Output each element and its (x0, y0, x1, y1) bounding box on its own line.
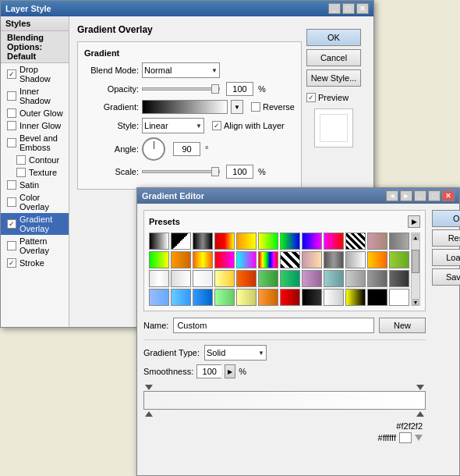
preset-swatch-43[interactable] (302, 289, 322, 306)
preset-swatch-5[interactable] (258, 233, 278, 250)
ge-max-btn[interactable]: □ (428, 190, 441, 201)
preset-swatch-31[interactable] (302, 270, 322, 287)
preset-swatch-33[interactable] (345, 270, 366, 287)
preset-swatch-1[interactable] (171, 233, 191, 250)
opacity-input[interactable] (226, 82, 253, 96)
style-color-overlay[interactable]: Color Overlay (1, 191, 69, 213)
minimize-btn[interactable]: _ (328, 3, 341, 14)
scale-slider[interactable] (142, 170, 220, 173)
angle-widget[interactable] (142, 137, 165, 161)
ge-smoothness-input[interactable] (196, 364, 221, 378)
ge-name-input[interactable] (173, 318, 374, 333)
preset-swatch-37[interactable] (171, 289, 191, 306)
style-gradient-overlay[interactable]: Gradient Overlay (1, 213, 69, 235)
presets-scrollbar[interactable]: ▲ ▼ (411, 233, 420, 306)
maximize-btn[interactable]: □ (342, 3, 355, 14)
ge-min2-btn[interactable]: _ (414, 190, 426, 201)
style-stroke[interactable]: Stroke (1, 257, 69, 269)
preset-swatch-22[interactable] (367, 251, 387, 268)
preset-swatch-29[interactable] (258, 270, 278, 287)
preview-checkbox[interactable] (306, 93, 316, 102)
preset-swatch-24[interactable] (149, 270, 169, 287)
ge-close-btn[interactable]: ✕ (442, 190, 455, 201)
preset-swatch-12[interactable] (149, 251, 169, 268)
preset-swatch-27[interactable] (214, 270, 235, 287)
preset-swatch-21[interactable] (345, 251, 366, 268)
color-overlay-checkbox[interactable] (7, 197, 16, 207)
style-drop-shadow[interactable]: Drop Shadow (1, 63, 69, 85)
preset-swatch-36[interactable] (149, 289, 169, 306)
drop-shadow-checkbox[interactable] (7, 69, 16, 79)
blend-mode-select[interactable]: Normal ▼ (142, 62, 220, 78)
preset-swatch-17[interactable] (258, 251, 278, 268)
ge-save-btn[interactable]: Save... (432, 268, 460, 286)
angle-input[interactable] (173, 142, 200, 156)
style-pattern-overlay[interactable]: Pattern Overlay (1, 235, 69, 257)
preset-swatch-6[interactable] (280, 233, 300, 250)
style-select[interactable]: Linear ▼ (142, 118, 204, 133)
scroll-up-btn[interactable]: ▲ (412, 234, 419, 240)
preset-swatch-34[interactable] (367, 270, 387, 287)
texture-checkbox[interactable] (16, 168, 26, 177)
gradient-preview[interactable] (142, 100, 228, 114)
preset-swatch-35[interactable] (389, 270, 409, 287)
preset-swatch-40[interactable] (236, 289, 257, 306)
new-style-button[interactable]: New Style... (306, 69, 361, 87)
preset-swatch-41[interactable] (258, 289, 278, 306)
ge-color-swatch[interactable] (399, 432, 412, 443)
ge-minimize-btn[interactable]: ◄ (386, 190, 398, 201)
ok-button[interactable]: OK (306, 29, 361, 46)
preset-swatch-16[interactable] (236, 251, 257, 268)
scale-input[interactable] (226, 165, 253, 179)
preset-swatch-18[interactable] (280, 251, 300, 268)
ge-smoothness-stepper[interactable]: ▶ (225, 364, 235, 378)
satin-checkbox[interactable] (7, 180, 16, 190)
preset-swatch-0[interactable] (149, 233, 169, 250)
preset-swatch-19[interactable] (302, 251, 322, 268)
close-btn[interactable]: ✕ (356, 3, 369, 14)
preset-swatch-13[interactable] (171, 251, 191, 268)
scrollbar-thumb[interactable] (412, 250, 419, 273)
ge-type-select[interactable]: Solid ▼ (204, 345, 267, 361)
preset-swatch-30[interactable] (280, 270, 300, 287)
ge-reset-btn[interactable]: Reset (432, 229, 460, 247)
preset-swatch-46[interactable] (367, 289, 387, 306)
ge-load-btn[interactable]: Load... (432, 249, 460, 266)
cancel-button[interactable]: Cancel (306, 49, 361, 66)
contour-checkbox[interactable] (16, 155, 26, 165)
ge-stop-color-left[interactable] (145, 411, 153, 417)
blending-options-item[interactable]: Blending Options: Default (1, 31, 69, 63)
ge-gradient-bar[interactable] (143, 391, 426, 410)
preset-swatch-11[interactable] (389, 233, 409, 250)
preset-swatch-2[interactable] (193, 233, 213, 250)
align-checkbox[interactable] (212, 121, 221, 130)
style-contour[interactable]: Contour (1, 154, 69, 166)
outer-glow-checkbox[interactable] (7, 108, 16, 118)
preset-swatch-23[interactable] (389, 251, 409, 268)
style-outer-glow[interactable]: Outer Glow (1, 107, 69, 119)
pattern-overlay-checkbox[interactable] (7, 241, 16, 250)
bevel-emboss-checkbox[interactable] (7, 138, 16, 147)
style-texture[interactable]: Texture (1, 166, 69, 179)
ge-ok-btn[interactable]: OK (432, 210, 460, 227)
preset-swatch-45[interactable] (345, 289, 366, 306)
preset-swatch-4[interactable] (236, 233, 257, 250)
ge-stop-opacity-left[interactable] (145, 385, 153, 390)
preset-swatch-26[interactable] (193, 270, 213, 287)
preset-swatch-9[interactable] (345, 233, 366, 250)
preset-swatch-38[interactable] (193, 289, 213, 306)
preset-swatch-44[interactable] (324, 289, 344, 306)
preset-swatch-25[interactable] (171, 270, 191, 287)
style-inner-shadow[interactable]: Inner Shadow (1, 85, 69, 107)
preset-swatch-39[interactable] (214, 289, 235, 306)
preset-swatch-20[interactable] (324, 251, 344, 268)
reverse-checkbox[interactable] (251, 102, 260, 112)
preset-swatch-15[interactable] (214, 251, 235, 268)
inner-glow-checkbox[interactable] (7, 121, 16, 130)
style-inner-glow[interactable]: Inner Glow (1, 119, 69, 132)
ge-new-btn[interactable]: New (379, 318, 426, 333)
preset-swatch-32[interactable] (324, 270, 344, 287)
preset-swatch-42[interactable] (280, 289, 300, 306)
preset-swatch-3[interactable] (214, 233, 235, 250)
gradient-dropdown-btn[interactable]: ▼ (231, 100, 243, 114)
